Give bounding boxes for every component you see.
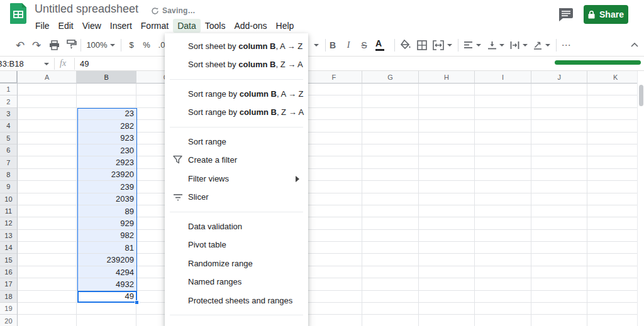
row-header-13[interactable]: 13 bbox=[0, 230, 18, 242]
menubar-item-tools[interactable]: Tools bbox=[201, 19, 230, 33]
saving-status[interactable]: Saving… bbox=[151, 6, 196, 15]
merge-dropdown-arrow[interactable] bbox=[447, 34, 453, 56]
cell-I5[interactable] bbox=[475, 133, 531, 144]
merge-cells-button[interactable] bbox=[432, 34, 445, 56]
cell-G15[interactable] bbox=[362, 254, 419, 266]
cell-H8[interactable] bbox=[419, 169, 475, 181]
cell-F3[interactable] bbox=[306, 108, 363, 120]
cell-H12[interactable] bbox=[419, 217, 475, 229]
cell-I16[interactable] bbox=[475, 266, 531, 278]
cell-B15[interactable]: 239209 bbox=[77, 254, 136, 266]
cell-B3[interactable]: 23 bbox=[77, 108, 136, 120]
undo-button[interactable]: ↶ bbox=[14, 34, 26, 56]
cell-A7[interactable] bbox=[18, 156, 77, 168]
cell-G20[interactable] bbox=[362, 315, 419, 326]
cell-G11[interactable] bbox=[362, 205, 419, 217]
cell-G10[interactable] bbox=[362, 193, 419, 205]
row-header-12[interactable]: 12 bbox=[0, 217, 18, 229]
cell-F18[interactable] bbox=[306, 291, 363, 303]
cell-J10[interactable] bbox=[531, 193, 588, 205]
cell-F8[interactable] bbox=[306, 169, 363, 181]
cell-A15[interactable] bbox=[18, 254, 77, 266]
cell-A18[interactable] bbox=[18, 291, 77, 303]
cell-H11[interactable] bbox=[419, 205, 475, 217]
font-size-dropdown-arrow[interactable] bbox=[313, 34, 319, 56]
cell-J5[interactable] bbox=[531, 133, 588, 144]
cell-J14[interactable] bbox=[531, 242, 588, 254]
cell-B16[interactable]: 4294 bbox=[77, 266, 136, 278]
cell-J17[interactable] bbox=[531, 278, 588, 290]
cell-F6[interactable] bbox=[306, 144, 363, 156]
menu-item-filter-views[interactable]: Filter views bbox=[165, 170, 308, 188]
cell-F16[interactable] bbox=[306, 266, 363, 278]
cell-J3[interactable] bbox=[531, 108, 588, 120]
menu-item-sort-range[interactable]: Sort range bbox=[165, 133, 308, 151]
cell-I11[interactable] bbox=[475, 205, 531, 217]
row-header-8[interactable]: 8 bbox=[0, 169, 18, 181]
fill-color-button[interactable] bbox=[399, 34, 412, 56]
cell-A4[interactable] bbox=[18, 120, 77, 132]
row-header-6[interactable]: 6 bbox=[0, 144, 18, 156]
cell-H5[interactable] bbox=[419, 133, 475, 144]
cell-B14[interactable]: 81 bbox=[77, 242, 136, 254]
horizontal-align-dropdown-arrow[interactable] bbox=[475, 34, 482, 56]
horizontal-align-button[interactable] bbox=[462, 34, 474, 56]
column-header-I[interactable]: I bbox=[475, 71, 531, 84]
cell-B11[interactable]: 89 bbox=[77, 205, 136, 217]
cell-I18[interactable] bbox=[475, 291, 531, 303]
cell-K20[interactable] bbox=[587, 315, 644, 326]
menubar-item-data[interactable]: Data bbox=[173, 19, 201, 33]
menu-item-randomize-range[interactable]: Randomize range bbox=[165, 254, 308, 273]
cell-A5[interactable] bbox=[18, 133, 77, 144]
name-box-dropdown-arrow[interactable] bbox=[44, 63, 49, 65]
cell-J8[interactable] bbox=[531, 169, 588, 181]
menubar-item-file[interactable]: File bbox=[31, 19, 54, 33]
cell-I8[interactable] bbox=[475, 169, 531, 181]
cell-J2[interactable] bbox=[531, 95, 588, 107]
cell-B8[interactable]: 23920 bbox=[77, 169, 136, 181]
text-rotation-button[interactable] bbox=[531, 34, 544, 56]
strikethrough-button[interactable]: S bbox=[358, 34, 370, 56]
collapse-toolbar-button[interactable] bbox=[629, 34, 640, 56]
text-wrap-dropdown-arrow[interactable] bbox=[522, 34, 528, 56]
cell-F17[interactable] bbox=[306, 278, 363, 290]
row-header-4[interactable]: 4 bbox=[0, 120, 18, 132]
cell-H4[interactable] bbox=[419, 120, 475, 132]
cell-I17[interactable] bbox=[475, 278, 531, 290]
cell-A13[interactable] bbox=[18, 230, 77, 242]
column-header-H[interactable]: H bbox=[419, 71, 475, 84]
menubar-item-insert[interactable]: Insert bbox=[106, 19, 136, 33]
cell-H20[interactable] bbox=[419, 315, 475, 326]
cell-H10[interactable] bbox=[419, 193, 475, 205]
cell-B1[interactable] bbox=[77, 84, 136, 95]
document-title[interactable]: Untitled spreadsheet bbox=[35, 3, 138, 16]
cell-J9[interactable] bbox=[531, 181, 588, 193]
cell-J13[interactable] bbox=[531, 230, 588, 242]
zoom-dropdown-arrow[interactable] bbox=[109, 34, 116, 56]
cell-G7[interactable] bbox=[362, 156, 419, 168]
cell-B10[interactable]: 2039 bbox=[77, 193, 136, 205]
cell-G16[interactable] bbox=[362, 266, 419, 278]
cell-A19[interactable] bbox=[18, 303, 77, 315]
cell-G18[interactable] bbox=[362, 291, 419, 303]
cell-F9[interactable] bbox=[306, 181, 363, 193]
menu-item-cleanup-suggestions[interactable]: Cleanup suggestions bbox=[165, 320, 308, 326]
cell-K16[interactable] bbox=[587, 266, 644, 278]
cell-B20[interactable] bbox=[77, 315, 136, 326]
cell-K1[interactable] bbox=[587, 84, 644, 95]
cell-F1[interactable] bbox=[306, 84, 363, 95]
cell-G3[interactable] bbox=[362, 108, 419, 120]
name-box[interactable]: B3:B18 bbox=[0, 59, 24, 68]
sheets-logo-icon[interactable] bbox=[10, 3, 26, 24]
fill-handle[interactable] bbox=[135, 300, 139, 305]
cell-I15[interactable] bbox=[475, 254, 531, 266]
cell-K18[interactable] bbox=[587, 291, 644, 303]
cell-A11[interactable] bbox=[18, 205, 77, 217]
row-header-15[interactable]: 15 bbox=[0, 254, 18, 266]
cell-K9[interactable] bbox=[587, 181, 644, 193]
cell-A8[interactable] bbox=[18, 169, 77, 181]
cell-A20[interactable] bbox=[18, 315, 77, 326]
cell-G19[interactable] bbox=[362, 303, 419, 315]
cell-I3[interactable] bbox=[475, 108, 531, 120]
row-header-2[interactable]: 2 bbox=[0, 95, 18, 107]
